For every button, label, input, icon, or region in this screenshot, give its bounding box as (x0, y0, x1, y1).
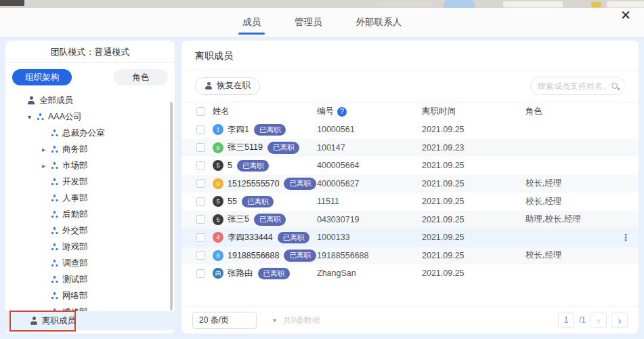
member-id: 043030719 (317, 215, 422, 224)
tab-external-contacts[interactable]: 外部联系人 (356, 8, 402, 37)
resign-date: 2021.09.25 (422, 233, 525, 242)
page-title: 离职成员 (181, 41, 639, 71)
table-row[interactable]: 9 张三5119 已离职 100147 2021.09.23 (181, 139, 639, 157)
background-shape (591, 2, 601, 7)
toolbar: 恢复在职 (181, 71, 639, 102)
page-size-value: 20 条/页 (199, 315, 229, 326)
sidebar-item-all-members[interactable]: 全部成员 (5, 92, 175, 108)
tab-admins[interactable]: 管理员 (295, 8, 322, 37)
org-icon (51, 195, 58, 202)
table-row[interactable]: 0 15125555570 已离职 400005627 2021.09.25 校… (181, 175, 639, 193)
role-button[interactable]: 角色 (114, 69, 168, 85)
status-badge: 已离职 (237, 160, 270, 172)
avatar: 4 (213, 232, 223, 243)
header-id: 编号 (317, 106, 334, 117)
resign-date: 2021.09.25 (422, 161, 525, 170)
next-page-button[interactable]: › (611, 313, 628, 328)
sidebar-item-dept[interactable]: 外交部 (5, 222, 175, 239)
row-checkbox[interactable] (196, 251, 205, 260)
member-name: 张路由 (228, 268, 253, 279)
tree-item-label: 游戏部 (62, 241, 88, 253)
sidebar-item-dept[interactable]: 人事部 (5, 190, 175, 206)
row-checkbox[interactable] (196, 269, 205, 278)
avatar: 0 (213, 178, 223, 189)
sidebar-toggle-buttons: 组织架构 角色 (5, 63, 175, 88)
sidebar-item-dept[interactable]: 测试部 (5, 271, 175, 287)
table-row[interactable]: 8 19188556688 已离职 19188556688 2021.09.25… (181, 247, 639, 265)
page-input[interactable]: 1 (558, 313, 574, 328)
sidebar-item-company[interactable]: ▾ AAA公司 (5, 108, 175, 125)
org-icon (51, 276, 58, 283)
row-checkbox[interactable] (196, 197, 205, 206)
close-button[interactable]: ✕ (617, 6, 635, 24)
sidebar-item-dept[interactable]: 开发部 (5, 174, 175, 190)
row-checkbox[interactable] (196, 233, 205, 242)
table-row[interactable]: 4 李四333444 已离职 1000133 2021.09.25 ⋮ (181, 228, 639, 247)
restore-member-button[interactable]: 恢复在职 (195, 77, 260, 95)
row-checkbox[interactable] (196, 143, 205, 152)
table-row[interactable]: 5 55 已离职 11511 2021.09.25 校长,经理 (181, 193, 639, 211)
help-icon[interactable]: ? (337, 107, 347, 117)
sidebar-item-dept[interactable]: 总裁办公室 (5, 125, 175, 141)
chevron-down-icon[interactable]: ▾ (273, 317, 276, 324)
row-checkbox[interactable] (196, 179, 205, 188)
prev-page-button[interactable]: ‹ (591, 313, 607, 328)
caret-right-icon[interactable]: ▸ (42, 146, 51, 153)
tab-members[interactable]: 成员 (242, 8, 261, 37)
header-resign-date: 离职时间 (422, 106, 525, 117)
row-checkbox[interactable] (196, 161, 205, 170)
member-id: 400005627 (317, 179, 422, 188)
table-row[interactable]: 5 张三5 已离职 043030719 2021.09.25 助理,校长,经理 (181, 211, 639, 229)
org-structure-button[interactable]: 组织架构 (12, 69, 72, 85)
member-search-input[interactable] (538, 81, 609, 91)
search-icon[interactable] (611, 83, 618, 89)
member-name: 张三5 (228, 214, 249, 225)
org-icon (51, 211, 58, 218)
sidebar-item-dept[interactable]: ▸ 商务部 (5, 141, 175, 157)
background-shape (0, 0, 24, 6)
resign-date: 2021.09.23 (422, 143, 525, 153)
table-row[interactable]: 5 5 已离职 400005664 2021.09.25 (181, 157, 639, 175)
resign-date: 2021.09.25 (422, 251, 525, 260)
select-all-checkbox[interactable] (196, 107, 205, 116)
table-row[interactable]: 1 李四1 已离职 10000561 2021.09.25 (181, 121, 639, 139)
sidebar-item-dept[interactable]: 后勤部 (5, 206, 175, 222)
caret-down-icon[interactable]: ▾ (28, 113, 37, 121)
member-role: 助理,校长,经理 (525, 214, 624, 225)
team-mode-label: 团队模式：普通模式 (5, 41, 175, 63)
caret-right-icon[interactable]: ▸ (42, 162, 51, 170)
sidebar-item-dept[interactable]: 调查部 (5, 255, 175, 271)
kebab-menu-icon[interactable]: ⋮ (621, 232, 630, 243)
resign-date: 2021.09.25 (422, 125, 525, 134)
org-icon (37, 113, 44, 121)
org-icon (51, 260, 58, 267)
tree-item-label: 人事部 (62, 193, 88, 204)
chevron-left-icon: ‹ (597, 315, 601, 326)
table-header: 姓名 编号 ? 离职时间 角色 (181, 102, 639, 121)
member-search-box[interactable] (530, 77, 625, 95)
background-window-strip (0, 0, 644, 8)
org-icon (51, 227, 58, 235)
header-name: 姓名 (213, 106, 317, 117)
sidebar-item-dept[interactable]: ▸ 市场部 (5, 157, 175, 174)
member-id: 1000133 (317, 233, 422, 242)
member-role: 校长,经理 (525, 178, 624, 189)
sidebar-item-resigned-members[interactable]: 离职成员 (5, 311, 175, 330)
page-size-select[interactable]: 20 条/页 (192, 312, 257, 329)
row-checkbox[interactable] (196, 125, 205, 134)
avatar: 5 (213, 196, 223, 207)
table-row[interactable]: 由 张路由 已离职 ZhangSan 2021.09.25 (181, 264, 639, 283)
resign-date: 2021.09.25 (422, 179, 525, 188)
status-badge: 已离职 (258, 268, 291, 280)
person-restore-icon (205, 82, 213, 89)
member-name: 李四333444 (228, 232, 273, 243)
sidebar-scrollbar[interactable] (170, 102, 173, 311)
status-badge: 已离职 (242, 196, 274, 208)
row-checkbox[interactable] (196, 215, 205, 224)
page-total: /1 (579, 315, 586, 325)
sidebar-item-dept[interactable]: 网络部 (5, 287, 175, 304)
restore-button-label: 恢复在职 (217, 80, 251, 92)
sidebar-item-dept[interactable]: 游戏部 (5, 239, 175, 255)
member-name: 15125555570 (228, 179, 279, 188)
people-icon (27, 96, 35, 104)
